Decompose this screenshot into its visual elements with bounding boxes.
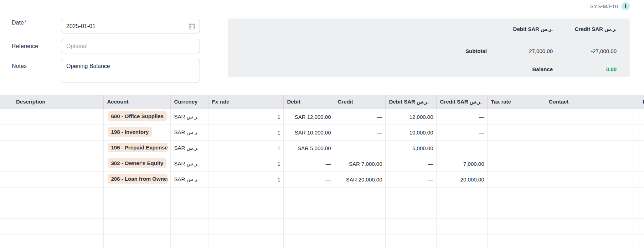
empty-cell[interactable]: [487, 234, 545, 248]
empty-cell[interactable]: [545, 187, 639, 203]
empty-cell[interactable]: [0, 187, 103, 203]
empty-cell[interactable]: [283, 203, 334, 218]
header-account: Account: [103, 95, 170, 109]
empty-cell[interactable]: [0, 234, 103, 248]
empty-cell[interactable]: [170, 187, 208, 203]
account-pill[interactable]: 600 - Office Supplies: [108, 111, 167, 121]
account-cell[interactable]: 206 - Loan from Owner: [103, 172, 170, 187]
tax-rate-cell[interactable]: [487, 156, 545, 172]
description-cell[interactable]: [0, 140, 103, 156]
description-cell[interactable]: [0, 125, 103, 140]
account-cell[interactable]: 302 - Owner's Equity: [103, 156, 170, 172]
currency-cell[interactable]: SAR ر.س.: [170, 140, 208, 156]
empty-cell[interactable]: [0, 218, 103, 234]
fx-rate-cell[interactable]: 1: [208, 109, 283, 125]
info-icon[interactable]: i: [622, 2, 630, 10]
description-cell[interactable]: [0, 156, 103, 172]
empty-cell[interactable]: [487, 187, 545, 203]
debit-cell[interactable]: —: [283, 156, 334, 172]
table-row-empty: [0, 234, 644, 248]
empty-cell[interactable]: [103, 203, 170, 218]
credit-cell[interactable]: —: [334, 125, 385, 140]
currency-cell[interactable]: SAR ر.س.: [170, 109, 208, 125]
credit-sar-cell: —: [436, 109, 487, 125]
account-pill[interactable]: 206 - Loan from Owner: [108, 174, 168, 184]
fx-rate-cell[interactable]: 1: [208, 156, 283, 172]
p-cell[interactable]: [639, 140, 644, 156]
empty-cell[interactable]: [0, 203, 103, 218]
tax-rate-cell[interactable]: [487, 125, 545, 140]
debit-cell[interactable]: SAR 10,000.00: [283, 125, 334, 140]
debit-cell[interactable]: —: [283, 172, 334, 187]
empty-cell[interactable]: [334, 187, 385, 203]
contact-cell[interactable]: [545, 109, 639, 125]
empty-cell[interactable]: [208, 218, 283, 234]
tax-rate-cell[interactable]: [487, 109, 545, 125]
empty-cell[interactable]: [545, 203, 639, 218]
journal-lines-table: Description Account Currency Fx rate Deb…: [0, 95, 644, 248]
debit-cell[interactable]: SAR 12,000.00: [283, 109, 334, 125]
p-cell[interactable]: [639, 125, 644, 140]
empty-cell[interactable]: [170, 203, 208, 218]
fx-rate-cell[interactable]: 1: [208, 140, 283, 156]
empty-cell[interactable]: [487, 218, 545, 234]
date-input[interactable]: [61, 19, 200, 33]
tax-rate-cell[interactable]: [487, 140, 545, 156]
reference-input[interactable]: [61, 39, 200, 53]
empty-cell[interactable]: [334, 203, 385, 218]
empty-cell: [385, 187, 436, 203]
empty-cell[interactable]: [639, 203, 644, 218]
account-cell[interactable]: 198 - Inventory: [103, 125, 170, 140]
empty-cell[interactable]: [103, 187, 170, 203]
empty-cell[interactable]: [283, 234, 334, 248]
debit-cell[interactable]: SAR 5,000.00: [283, 140, 334, 156]
empty-cell[interactable]: [208, 187, 283, 203]
account-cell[interactable]: 106 - Prepaid Expenses: [103, 140, 170, 156]
account-pill[interactable]: 106 - Prepaid Expenses: [108, 143, 168, 152]
account-cell[interactable]: 600 - Office Supplies: [103, 109, 170, 125]
header-credit-sar: Credit SAR ر.س.: [436, 95, 487, 109]
tax-rate-cell[interactable]: [487, 172, 545, 187]
empty-cell[interactable]: [639, 234, 644, 248]
credit-cell[interactable]: —: [334, 109, 385, 125]
credit-cell[interactable]: —: [334, 140, 385, 156]
account-pill[interactable]: 302 - Owner's Equity: [108, 158, 167, 168]
contact-cell[interactable]: [545, 172, 639, 187]
credit-cell[interactable]: SAR 7,000.00: [334, 156, 385, 172]
empty-cell[interactable]: [103, 218, 170, 234]
empty-cell[interactable]: [545, 234, 639, 248]
calendar-icon[interactable]: [189, 23, 195, 30]
credit-cell[interactable]: SAR 20,000.00: [334, 172, 385, 187]
empty-cell[interactable]: [334, 218, 385, 234]
p-cell[interactable]: [639, 109, 644, 125]
contact-cell[interactable]: [545, 125, 639, 140]
empty-cell[interactable]: [170, 234, 208, 248]
currency-cell[interactable]: SAR ر.س.: [170, 172, 208, 187]
empty-cell[interactable]: [639, 187, 644, 203]
notes-label: Notes: [12, 63, 27, 69]
empty-cell[interactable]: [283, 218, 334, 234]
empty-cell[interactable]: [487, 203, 545, 218]
empty-cell[interactable]: [283, 187, 334, 203]
empty-cell[interactable]: [334, 234, 385, 248]
date-field-wrapper: [61, 19, 200, 33]
empty-cell[interactable]: [170, 218, 208, 234]
description-cell[interactable]: [0, 109, 103, 125]
empty-cell[interactable]: [208, 203, 283, 218]
notes-textarea[interactable]: Opening Balance: [61, 59, 200, 83]
p-cell[interactable]: [639, 156, 644, 172]
fx-rate-cell[interactable]: 1: [208, 125, 283, 140]
contact-cell[interactable]: [545, 156, 639, 172]
contact-cell[interactable]: [545, 140, 639, 156]
account-pill[interactable]: 198 - Inventory: [108, 127, 152, 137]
empty-cell[interactable]: [103, 234, 170, 248]
empty-cell[interactable]: [208, 234, 283, 248]
document-reference-bar: SYS-MJ-10 i: [590, 2, 630, 10]
description-cell[interactable]: [0, 172, 103, 187]
empty-cell[interactable]: [639, 218, 644, 234]
currency-cell[interactable]: SAR ر.س.: [170, 156, 208, 172]
empty-cell[interactable]: [545, 218, 639, 234]
fx-rate-cell[interactable]: 1: [208, 172, 283, 187]
p-cell[interactable]: [639, 172, 644, 187]
currency-cell[interactable]: SAR ر.س.: [170, 125, 208, 140]
